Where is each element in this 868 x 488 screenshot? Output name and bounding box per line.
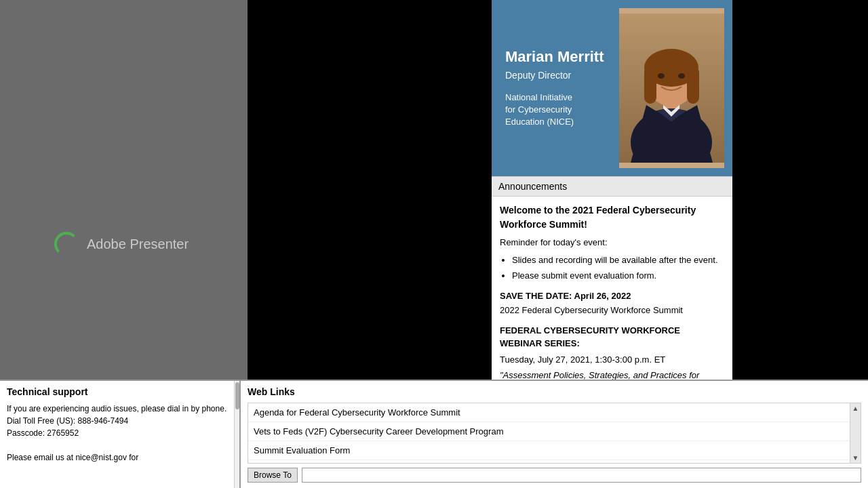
support-line4: Please email us at nice@nist.gov for	[7, 451, 233, 464]
presenter-name: Marian Merritt	[505, 48, 608, 66]
save-date-label: SAVE THE DATE: April 26, 2022	[500, 289, 724, 303]
presenter-avatar	[619, 14, 724, 163]
presenter-card: Marian Merritt Deputy Director National …	[492, 0, 732, 176]
links-scrollbar[interactable]: ▲ ▼	[850, 403, 861, 463]
adobe-presenter-loading: Adobe Presenter	[54, 232, 189, 256]
svg-rect-5	[644, 66, 656, 104]
link-item-1[interactable]: Vets to Feds (V2F) Cybersecurity Career …	[248, 422, 861, 441]
save-date-detail: 2022 Federal Cybersecurity Workforce Sum…	[500, 304, 724, 317]
web-links-panel: Web Links Agenda for Federal Cybersecuri…	[241, 381, 868, 488]
support-scrollbar-thumb	[235, 382, 239, 409]
announcements-header: Announcements	[492, 177, 732, 197]
web-links-header: Web Links	[248, 386, 861, 397]
link-item-2[interactable]: Summit Evaluation Form	[248, 441, 861, 460]
bullet-1: Slides and recording will be available a…	[512, 253, 724, 267]
tech-support-text: If you are experiencing audio issues, pl…	[7, 403, 233, 464]
technical-support-panel: Technical support If you are experiencin…	[0, 381, 241, 488]
svg-point-7	[658, 73, 665, 79]
support-line2: Dial Toll Free (US): 888-946-7494	[7, 415, 233, 427]
support-line3: Passcode: 2765952	[7, 427, 233, 439]
reminder-bullets: Slides and recording will be available a…	[512, 253, 724, 283]
link-item-0[interactable]: Agenda for Federal Cybersecurity Workfor…	[248, 403, 861, 422]
session-1-title: "Assessment Policies, Strategies, and Pr…	[500, 369, 724, 380]
adobe-label: Adobe Presenter	[87, 237, 189, 252]
bullet-2: Please submit event evaluation form.	[512, 269, 724, 283]
presenter-info: Marian Merritt Deputy Director National …	[500, 8, 614, 168]
link-item-3[interactable]: Cybersecurity Talent Initiative	[248, 460, 861, 464]
announcements-content[interactable]: Welcome to the 2021 Federal Cybersecurit…	[492, 197, 732, 380]
support-scrollbar[interactable]	[234, 381, 239, 488]
svg-rect-6	[687, 66, 699, 104]
presenter-org: National Initiative for Cybersecurity Ed…	[505, 92, 608, 129]
webinar-title: FEDERAL CYBERSECURITY WORKFORCE WEBINAR …	[500, 324, 724, 350]
web-links-bottom: Browse To	[248, 468, 861, 483]
bottom-bar: Technical support If you are experiencin…	[0, 380, 868, 488]
session-1-date: Tuesday, July 27, 2021, 1:30-3:00 p.m. E…	[500, 353, 724, 367]
url-input[interactable]	[302, 468, 861, 483]
video-right-panel	[248, 0, 492, 380]
presenter-photo	[619, 8, 724, 168]
browse-button[interactable]: Browse To	[248, 468, 298, 483]
support-line1: If you are experiencing audio issues, pl…	[7, 403, 233, 415]
svg-point-8	[678, 73, 685, 79]
right-panel: Marian Merritt Deputy Director National …	[492, 0, 732, 380]
presenter-title: Deputy Director	[505, 70, 608, 81]
loading-spinner	[54, 232, 79, 256]
scroll-up-arrow[interactable]: ▲	[852, 405, 859, 412]
reminder-header: Reminder for today's event:	[500, 236, 724, 249]
web-links-list: Agenda for Federal Cybersecurity Workfor…	[248, 403, 861, 464]
announcements-panel: Announcements Welcome to the 2021 Federa…	[492, 176, 732, 380]
video-left-panel: Adobe Presenter	[0, 0, 248, 380]
scroll-down-arrow[interactable]: ▼	[852, 454, 859, 462]
announcement-title: Welcome to the 2021 Federal Cybersecurit…	[500, 203, 724, 232]
tech-support-header: Technical support	[7, 386, 233, 397]
